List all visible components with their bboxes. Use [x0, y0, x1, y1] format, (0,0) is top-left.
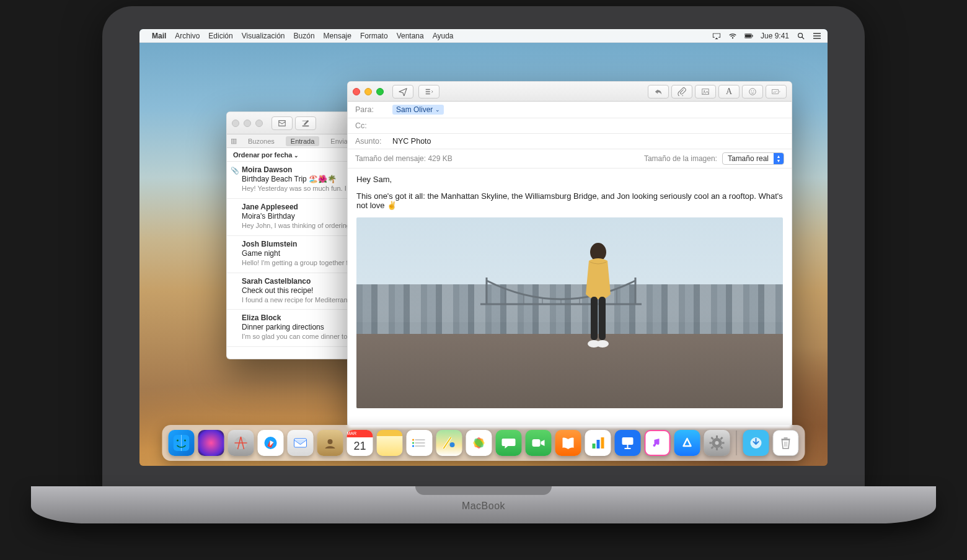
compose-window[interactable]: A Para: Sam Oliver ⌄ Cc:: [347, 81, 792, 428]
svg-rect-49: [532, 439, 541, 447]
menu-visualizacion[interactable]: Visualización: [242, 32, 285, 40]
battery-icon[interactable]: [744, 32, 753, 40]
chevron-down-icon: ⌄: [435, 107, 440, 113]
dock-siri[interactable]: [198, 430, 224, 456]
zoom-button[interactable]: [255, 120, 263, 127]
menu-ventana[interactable]: Ventana: [397, 32, 424, 40]
header-fields-button[interactable]: [418, 85, 439, 98]
sender: Eliza Block: [242, 313, 281, 322]
subject-field[interactable]: NYC Photo: [392, 137, 431, 146]
to-row[interactable]: Para: Sam Oliver ⌄: [348, 102, 792, 118]
close-button[interactable]: [232, 120, 239, 127]
tab-buzones[interactable]: Buzones: [243, 136, 280, 146]
menu-buzon[interactable]: Buzón: [294, 32, 315, 40]
tab-entrada[interactable]: Entrada: [286, 136, 320, 146]
dock-reminders[interactable]: [407, 430, 433, 456]
clock[interactable]: Jue 9:41: [761, 32, 789, 40]
svg-rect-51: [597, 440, 600, 448]
compose-button[interactable]: [295, 116, 316, 130]
dock-facetime[interactable]: [526, 430, 552, 456]
dock-keynote[interactable]: [615, 430, 641, 456]
svg-point-32: [184, 440, 186, 442]
photo-foreground: [356, 334, 783, 408]
image-size-select[interactable]: Tamaño real ▲▼: [722, 152, 784, 165]
photo-browser-button[interactable]: [695, 85, 716, 98]
dock-mail[interactable]: [288, 430, 314, 456]
minimize-button[interactable]: [244, 120, 251, 127]
laptop-notch: [415, 486, 552, 495]
image-size-value: Tamaño real: [723, 154, 774, 163]
sender: Moira Dawson: [242, 165, 292, 174]
svg-point-12: [704, 90, 705, 92]
emoji-button[interactable]: [742, 85, 763, 98]
mail-traffic-lights: [232, 120, 263, 127]
to-recipient-token[interactable]: Sam Oliver ⌄: [392, 105, 444, 115]
menu-bar: Mail Archivo Edición Visualización Buzón…: [139, 29, 828, 43]
svg-line-64: [721, 447, 723, 448]
svg-point-29: [596, 340, 609, 348]
subject-label: Asunto:: [355, 137, 387, 146]
dock-contacts[interactable]: [317, 430, 343, 456]
sidebar-toggle-icon[interactable]: ▥: [231, 137, 237, 145]
dock-messages[interactable]: [496, 430, 522, 456]
svg-rect-52: [601, 437, 604, 448]
menu-mensaje[interactable]: Mensaje: [324, 32, 351, 40]
svg-rect-53: [622, 437, 634, 445]
dock-photos[interactable]: [466, 430, 492, 456]
svg-rect-27: [599, 297, 606, 340]
subject-row[interactable]: Asunto: NYC Photo: [348, 134, 792, 149]
attach-button[interactable]: [671, 85, 692, 98]
recipient-name: Sam Oliver: [396, 105, 433, 114]
dock-maps[interactable]: [436, 430, 462, 456]
reply-button[interactable]: [648, 85, 669, 98]
minimize-button[interactable]: [364, 88, 372, 95]
svg-rect-26: [591, 297, 598, 340]
menu-edicion[interactable]: Edición: [208, 32, 232, 40]
svg-line-63: [712, 437, 713, 439]
markup-button[interactable]: [766, 85, 787, 98]
compose-traffic-lights: [353, 88, 384, 95]
wifi-icon[interactable]: [728, 32, 737, 40]
send-button[interactable]: [392, 85, 413, 98]
dock-downloads[interactable]: [743, 430, 769, 456]
dock-system-preferences[interactable]: [704, 430, 730, 456]
dock-trash[interactable]: [773, 430, 799, 456]
menu-formato[interactable]: Formato: [360, 32, 388, 40]
svg-point-43: [412, 445, 414, 447]
dock-notes[interactable]: [377, 430, 403, 456]
dock-appstore[interactable]: [674, 430, 700, 456]
laptop-brand-label: MacBook: [81, 501, 886, 512]
cc-row[interactable]: Cc:: [348, 118, 792, 134]
dock-finder[interactable]: [169, 430, 195, 456]
attached-photo[interactable]: [356, 217, 783, 408]
notification-center-icon[interactable]: [813, 32, 821, 40]
svg-rect-2: [752, 35, 753, 37]
menu-archivo[interactable]: Archivo: [175, 32, 200, 40]
compose-titlebar[interactable]: A: [348, 82, 792, 102]
close-button[interactable]: [353, 88, 360, 95]
dock-itunes[interactable]: [645, 430, 671, 456]
sender: Josh Blumstein: [242, 240, 297, 248]
svg-point-13: [749, 88, 756, 95]
dock-ibooks[interactable]: [555, 430, 581, 456]
dock-separator: [736, 431, 737, 455]
app-menu[interactable]: Mail: [152, 32, 166, 40]
spotlight-icon[interactable]: [797, 32, 805, 40]
zoom-button[interactable]: [376, 88, 384, 95]
dock-numbers[interactable]: [585, 430, 611, 456]
dock-calendar[interactable]: MAR 21: [347, 430, 373, 456]
format-button[interactable]: A: [718, 85, 740, 98]
svg-point-41: [412, 439, 414, 441]
svg-line-65: [712, 447, 713, 448]
dock-launchpad[interactable]: [228, 430, 254, 456]
sender: Sarah Castelblanco: [242, 277, 311, 286]
menu-ayuda[interactable]: Ayuda: [433, 32, 454, 40]
svg-point-37: [328, 439, 333, 444]
dock-safari[interactable]: [258, 430, 284, 456]
airplay-icon[interactable]: [712, 32, 721, 40]
get-mail-button[interactable]: [272, 116, 293, 130]
calendar-day: 21: [353, 440, 366, 453]
svg-point-42: [412, 442, 414, 444]
message-size-label: Tamaño del mensaje:: [355, 154, 426, 163]
compose-body[interactable]: Hey Sam, This one's got it all: the Manh…: [348, 168, 792, 414]
